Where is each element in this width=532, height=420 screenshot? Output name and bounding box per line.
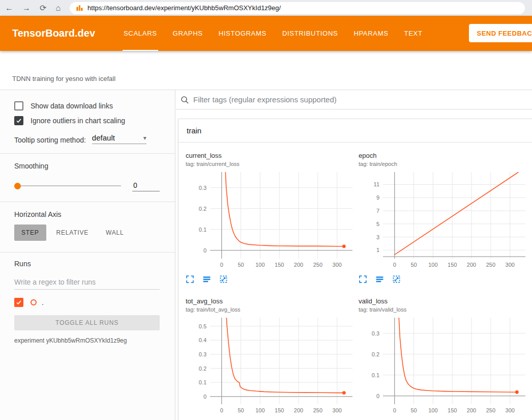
send-feedback-button[interactable]: SEND FEEDBACK [469,24,532,42]
svg-text:0.3: 0.3 [199,351,206,357]
chart-plot[interactable]: 05010015020025030000.10.20.30.40.5 [186,315,359,418]
svg-text:250: 250 [486,407,495,413]
nav-tabs: SCALARS GRAPHS HISTOGRAMS DISTRIBUTIONS … [123,16,437,51]
run-color-swatch [31,299,37,305]
tab-histograms[interactable]: HISTOGRAMS [218,16,268,51]
svg-text:100: 100 [428,262,437,268]
svg-text:0.4: 0.4 [199,337,206,343]
ignore-outliers-checkbox[interactable] [14,116,23,125]
scalars-dashboard: train current_loss tag: train/current_lo… [176,90,532,420]
svg-text:250: 250 [313,407,322,413]
tab-distributions[interactable]: DISTRIBUTIONS [281,16,339,51]
horizontal-axis-label: Horizontal Axis [14,210,160,218]
svg-text:0.1: 0.1 [372,372,379,378]
svg-text:100: 100 [255,262,264,268]
smoothing-value-input[interactable] [132,180,160,191]
data-table-icon[interactable] [375,275,384,284]
chart-toolbar [359,274,531,284]
svg-text:0.1: 0.1 [199,227,206,233]
tooltip-sorting-value: default [92,133,115,142]
reload-icon[interactable]: ⟳ [40,4,46,12]
settings-sidebar: Show data download links Ignore outliers… [0,90,175,420]
chart-plot[interactable]: 05010015020025030000.10.20.3 [186,169,359,273]
svg-text:200: 200 [294,262,303,268]
chart-tag: tag: train/current_loss [186,161,359,167]
ignore-outliers-label: Ignore outliers in chart scaling [31,117,125,125]
svg-text:50: 50 [238,262,244,268]
expand-icon[interactable] [186,275,194,284]
experiment-description: TDNN training for yesno with icefall [12,75,115,82]
tooltip-sorting-select[interactable]: default ▾ [92,133,146,144]
tab-scalars[interactable]: SCALARS [123,16,158,51]
axis-relative-button[interactable]: RELATIVE [49,225,96,241]
chart-toolbar [186,274,359,284]
chart-tag: tag: train/epoch [359,161,531,167]
smoothing-label: Smoothing [14,162,160,170]
tab-graphs[interactable]: GRAPHS [172,16,204,51]
svg-text:150: 150 [448,407,457,413]
run-checkbox[interactable] [14,298,23,307]
run-name: . [42,298,44,306]
tab-hparams[interactable]: HPARAMS [352,16,389,51]
slider-track [14,185,121,186]
svg-text:50: 50 [410,262,417,268]
svg-text:0.3: 0.3 [199,185,206,191]
home-icon[interactable]: ⌂ [55,4,61,12]
axis-step-button[interactable]: STEP [14,225,46,241]
tag-group-title: train [187,126,201,135]
data-table-icon[interactable] [202,275,211,284]
svg-text:0: 0 [376,393,379,399]
tooltip-sorting-row: Tooltip sorting method: default ▾ [14,133,160,144]
svg-text:100: 100 [255,407,264,413]
back-icon[interactable]: ← [5,4,13,12]
svg-text:0: 0 [220,262,223,268]
expand-icon[interactable] [359,275,367,284]
svg-text:3: 3 [376,234,379,240]
svg-text:0: 0 [203,394,206,400]
app-logo: TensorBoard.dev [12,27,95,39]
url-text: https://tensorboard.dev/experiment/yKUbh… [87,4,281,12]
svg-text:50: 50 [410,407,417,413]
app-header: TensorBoard.dev SCALARS GRAPHS HISTOGRAM… [0,16,532,51]
svg-text:0.2: 0.2 [372,351,379,357]
axis-wall-button[interactable]: WALL [99,225,131,241]
show-download-links-checkbox[interactable] [14,101,23,110]
svg-text:0.1: 0.1 [199,379,206,385]
chart-title: valid_loss [359,297,531,305]
toggle-all-runs-button[interactable]: TOGGLE ALL RUNS [14,315,160,330]
svg-text:0.5: 0.5 [199,323,206,329]
svg-text:150: 150 [275,262,284,268]
browser-chrome: ← → ⟳ ⌂ https://tensorboard.dev/experime… [0,0,532,16]
svg-text:300: 300 [506,407,515,413]
svg-text:0: 0 [393,407,396,413]
svg-text:11: 11 [374,181,379,187]
tab-text[interactable]: TEXT [403,16,424,51]
svg-text:300: 300 [333,407,342,413]
tag-group-header[interactable]: train [179,119,532,143]
svg-text:250: 250 [313,262,322,268]
svg-text:200: 200 [467,407,476,413]
fit-domain-icon[interactable] [219,275,228,284]
run-list-item: . [14,298,160,307]
runs-filter-input[interactable] [14,276,160,290]
svg-text:300: 300 [333,262,342,268]
tooltip-sorting-label: Tooltip sorting method: [14,136,86,144]
tag-group-card-train: train current_loss tag: train/current_lo… [178,119,532,420]
forward-icon[interactable]: → [22,4,31,12]
experiment-id-label: experiment yKUbhb5wRmOSXYkId1z9eg [14,337,160,344]
fit-domain-icon[interactable] [392,275,401,284]
smoothing-row [14,180,160,191]
svg-text:0: 0 [203,247,206,254]
scalar-chart-epoch: epoch tag: train/epoch 05010015020025030… [359,152,531,284]
address-bar[interactable]: https://tensorboard.dev/experiment/yKUbh… [70,2,525,14]
smoothing-slider[interactable] [14,182,121,189]
slider-thumb[interactable] [14,183,21,189]
chart-plot[interactable]: 0501001502002503001357911 [359,169,531,273]
svg-text:9: 9 [376,194,379,201]
svg-text:0.2: 0.2 [199,366,206,372]
tag-filter-input[interactable] [193,95,532,104]
svg-text:0: 0 [393,262,396,268]
svg-text:250: 250 [486,262,495,268]
svg-text:7: 7 [376,208,379,214]
chart-plot[interactable]: 05010015020025030000.10.20.3 [359,315,531,418]
